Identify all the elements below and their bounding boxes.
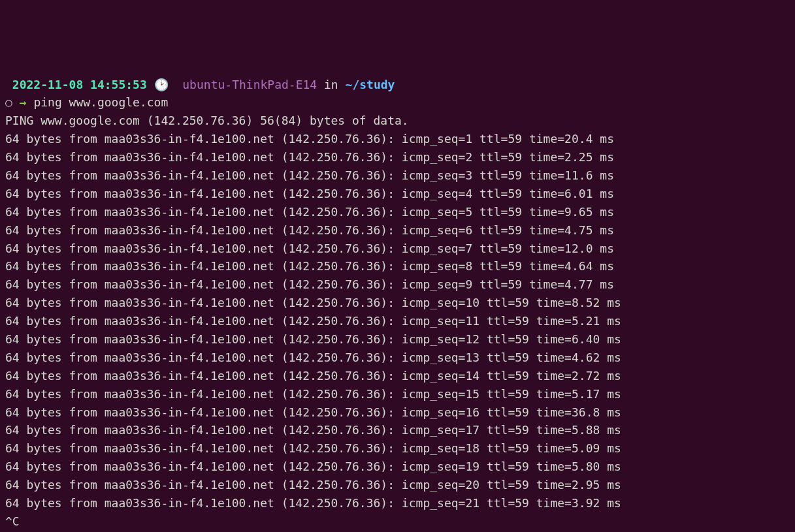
command-text: ping www.google.com bbox=[33, 95, 168, 109]
prompt-timestamp: 2022-11-08 14:55:53 bbox=[12, 78, 147, 91]
command-line[interactable]: ○ → ping www.google.com bbox=[5, 93, 790, 112]
prompt-hostname: ubuntu-ThinkPad-E14 bbox=[182, 78, 317, 91]
prompt-in-text: in bbox=[324, 78, 338, 91]
interrupt-line: ^C bbox=[5, 512, 790, 531]
prompt-path: ~/study bbox=[346, 78, 395, 91]
ping-output-rows: 64 bytes from maa03s36-in-f4.1e100.net (… bbox=[5, 130, 790, 512]
ping-header: PING www.google.com (142.250.76.36) 56(8… bbox=[5, 112, 790, 130]
prompt-circle-icon: ○ bbox=[5, 95, 12, 109]
prompt-arrow-icon: → bbox=[20, 95, 27, 109]
clock-icon: 🕑 bbox=[154, 78, 169, 91]
prompt-line: 2022-11-08 14:55:53 🕑 ubuntu-ThinkPad-E1… bbox=[5, 76, 790, 94]
